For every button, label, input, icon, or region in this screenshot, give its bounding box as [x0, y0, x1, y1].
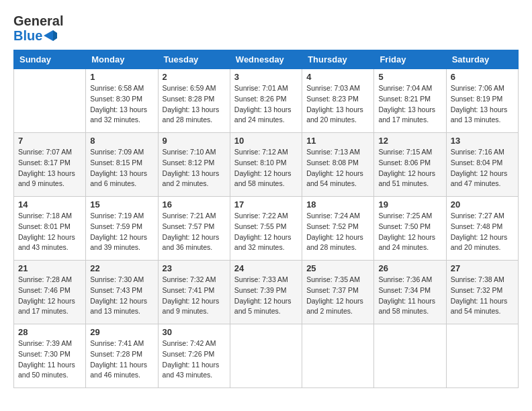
- calendar-cell: 17Sunrise: 7:22 AMSunset: 7:55 PMDayligh…: [230, 197, 302, 261]
- week-row-3: 14Sunrise: 7:18 AMSunset: 8:01 PMDayligh…: [14, 197, 519, 261]
- column-header-tuesday: Tuesday: [158, 50, 230, 69]
- calendar-cell: 8Sunrise: 7:09 AMSunset: 8:15 PMDaylight…: [86, 133, 158, 197]
- calendar-cell: 20Sunrise: 7:27 AMSunset: 7:48 PMDayligh…: [446, 197, 518, 261]
- day-number: 4: [306, 72, 369, 82]
- day-number: 22: [90, 263, 153, 273]
- calendar-cell: 24Sunrise: 7:33 AMSunset: 7:39 PMDayligh…: [230, 261, 302, 324]
- day-info: Sunrise: 7:06 AMSunset: 8:19 PMDaylight:…: [451, 83, 514, 126]
- calendar-cell: 13Sunrise: 7:16 AMSunset: 8:04 PMDayligh…: [446, 133, 518, 197]
- day-number: 2: [163, 72, 226, 82]
- day-info: Sunrise: 6:59 AMSunset: 8:28 PMDaylight:…: [163, 83, 226, 126]
- day-info: Sunrise: 7:39 AMSunset: 7:30 PMDaylight:…: [18, 338, 81, 381]
- week-row-1: 1Sunrise: 6:58 AMSunset: 8:30 PMDaylight…: [14, 69, 519, 133]
- week-row-5: 28Sunrise: 7:39 AMSunset: 7:30 PMDayligh…: [14, 324, 519, 388]
- calendar-cell: 4Sunrise: 7:03 AMSunset: 8:23 PMDaylight…: [302, 69, 374, 133]
- day-number: 14: [18, 199, 81, 210]
- day-info: Sunrise: 7:03 AMSunset: 8:23 PMDaylight:…: [306, 83, 369, 126]
- day-number: 12: [378, 136, 441, 146]
- day-number: 8: [90, 136, 153, 146]
- day-number: 19: [378, 199, 441, 210]
- day-number: 27: [451, 263, 514, 273]
- day-info: Sunrise: 7:30 AMSunset: 7:43 PMDaylight:…: [90, 275, 153, 317]
- calendar-cell: 7Sunrise: 7:07 AMSunset: 8:17 PMDaylight…: [14, 133, 86, 197]
- day-number: 16: [163, 199, 226, 210]
- calendar-cell: 12Sunrise: 7:15 AMSunset: 8:06 PMDayligh…: [374, 133, 446, 197]
- calendar-cell: 26Sunrise: 7:36 AMSunset: 7:34 PMDayligh…: [374, 261, 446, 324]
- column-header-wednesday: Wednesday: [230, 50, 302, 69]
- day-info: Sunrise: 7:07 AMSunset: 8:17 PMDaylight:…: [18, 147, 81, 189]
- calendar-cell: 5Sunrise: 7:04 AMSunset: 8:21 PMDaylight…: [374, 69, 446, 133]
- column-header-friday: Friday: [374, 50, 446, 69]
- day-number: 3: [234, 72, 298, 82]
- calendar-cell: [374, 324, 446, 388]
- calendar-cell: [230, 324, 302, 388]
- day-info: Sunrise: 7:41 AMSunset: 7:28 PMDaylight:…: [90, 338, 153, 381]
- day-info: Sunrise: 7:16 AMSunset: 8:04 PMDaylight:…: [451, 147, 514, 189]
- day-info: Sunrise: 7:19 AMSunset: 7:59 PMDaylight:…: [90, 211, 153, 253]
- calendar-cell: 28Sunrise: 7:39 AMSunset: 7:30 PMDayligh…: [14, 324, 86, 388]
- day-info: Sunrise: 7:25 AMSunset: 7:50 PMDaylight:…: [378, 211, 441, 253]
- column-header-sunday: Sunday: [14, 50, 86, 69]
- day-number: 18: [306, 199, 369, 210]
- column-header-saturday: Saturday: [446, 50, 518, 69]
- calendar-cell: 3Sunrise: 7:01 AMSunset: 8:26 PMDaylight…: [230, 69, 302, 133]
- day-number: 7: [18, 136, 81, 146]
- calendar-cell: 22Sunrise: 7:30 AMSunset: 7:43 PMDayligh…: [86, 261, 158, 324]
- calendar-cell: 18Sunrise: 7:24 AMSunset: 7:52 PMDayligh…: [302, 197, 374, 261]
- day-info: Sunrise: 7:33 AMSunset: 7:39 PMDaylight:…: [234, 275, 298, 317]
- day-info: Sunrise: 7:10 AMSunset: 8:12 PMDaylight:…: [163, 147, 226, 189]
- day-number: 26: [378, 263, 441, 273]
- day-info: Sunrise: 6:58 AMSunset: 8:30 PMDaylight:…: [90, 83, 153, 126]
- calendar-cell: 16Sunrise: 7:21 AMSunset: 7:57 PMDayligh…: [158, 197, 230, 261]
- day-number: 17: [234, 199, 298, 210]
- calendar-cell: 25Sunrise: 7:35 AMSunset: 7:37 PMDayligh…: [302, 261, 374, 324]
- calendar-cell: [14, 69, 86, 133]
- calendar-cell: [446, 324, 518, 388]
- svg-marker-1: [53, 30, 57, 41]
- day-info: Sunrise: 7:42 AMSunset: 7:26 PMDaylight:…: [163, 338, 226, 381]
- day-info: Sunrise: 7:09 AMSunset: 8:15 PMDaylight:…: [90, 147, 153, 189]
- calendar-cell: 27Sunrise: 7:38 AMSunset: 7:32 PMDayligh…: [446, 261, 518, 324]
- day-number: 13: [451, 136, 514, 146]
- calendar-table: SundayMondayTuesdayWednesdayThursdayFrid…: [13, 50, 519, 388]
- calendar-cell: [302, 324, 374, 388]
- day-number: 28: [18, 327, 81, 337]
- calendar-cell: 29Sunrise: 7:41 AMSunset: 7:28 PMDayligh…: [86, 324, 158, 388]
- calendar-cell: 11Sunrise: 7:13 AMSunset: 8:08 PMDayligh…: [302, 133, 374, 197]
- day-number: 20: [451, 199, 514, 210]
- day-number: 5: [378, 72, 441, 82]
- header-row: SundayMondayTuesdayWednesdayThursdayFrid…: [14, 50, 519, 69]
- day-info: Sunrise: 7:38 AMSunset: 7:32 PMDaylight:…: [451, 275, 514, 317]
- day-number: 9: [163, 136, 226, 146]
- calendar-cell: 19Sunrise: 7:25 AMSunset: 7:50 PMDayligh…: [374, 197, 446, 261]
- day-info: Sunrise: 7:24 AMSunset: 7:52 PMDaylight:…: [306, 211, 369, 253]
- calendar-cell: 1Sunrise: 6:58 AMSunset: 8:30 PMDaylight…: [86, 69, 158, 133]
- day-number: 11: [306, 136, 369, 146]
- day-number: 10: [234, 136, 298, 146]
- day-info: Sunrise: 7:22 AMSunset: 7:55 PMDaylight:…: [234, 211, 298, 253]
- calendar-cell: 2Sunrise: 6:59 AMSunset: 8:28 PMDaylight…: [158, 69, 230, 133]
- calendar-cell: 6Sunrise: 7:06 AMSunset: 8:19 PMDaylight…: [446, 69, 518, 133]
- column-header-monday: Monday: [86, 50, 158, 69]
- day-number: 15: [90, 199, 153, 210]
- day-number: 6: [451, 72, 514, 82]
- week-row-2: 7Sunrise: 7:07 AMSunset: 8:17 PMDaylight…: [14, 133, 519, 197]
- day-number: 29: [90, 327, 153, 337]
- day-number: 21: [18, 263, 81, 273]
- day-info: Sunrise: 7:36 AMSunset: 7:34 PMDaylight:…: [378, 275, 441, 317]
- calendar-cell: 15Sunrise: 7:19 AMSunset: 7:59 PMDayligh…: [86, 197, 158, 261]
- calendar-cell: 30Sunrise: 7:42 AMSunset: 7:26 PMDayligh…: [158, 324, 230, 388]
- day-number: 1: [90, 72, 153, 82]
- logo: General Blue: [13, 13, 66, 43]
- day-info: Sunrise: 7:21 AMSunset: 7:57 PMDaylight:…: [163, 211, 226, 253]
- calendar-cell: 21Sunrise: 7:28 AMSunset: 7:46 PMDayligh…: [14, 261, 86, 324]
- day-info: Sunrise: 7:18 AMSunset: 8:01 PMDaylight:…: [18, 211, 81, 253]
- calendar-cell: 10Sunrise: 7:12 AMSunset: 8:10 PMDayligh…: [230, 133, 302, 197]
- day-number: 30: [163, 327, 226, 337]
- calendar-cell: 14Sunrise: 7:18 AMSunset: 8:01 PMDayligh…: [14, 197, 86, 261]
- week-row-4: 21Sunrise: 7:28 AMSunset: 7:46 PMDayligh…: [14, 261, 519, 324]
- day-info: Sunrise: 7:01 AMSunset: 8:26 PMDaylight:…: [234, 83, 298, 126]
- day-number: 23: [163, 263, 226, 273]
- day-number: 24: [234, 263, 298, 273]
- day-info: Sunrise: 7:32 AMSunset: 7:41 PMDaylight:…: [163, 275, 226, 317]
